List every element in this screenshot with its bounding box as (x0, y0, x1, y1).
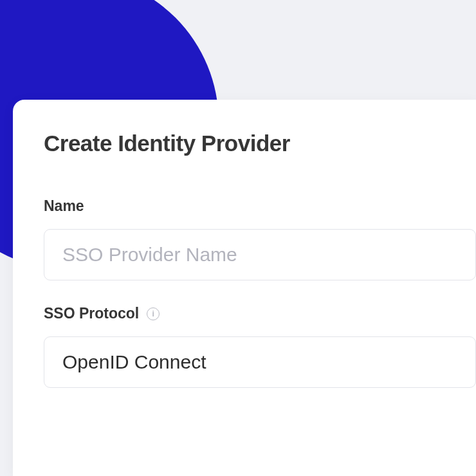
page-title: Create Identity Provider (44, 131, 476, 156)
name-input[interactable] (44, 229, 476, 280)
create-identity-provider-card: Create Identity Provider Name SSO Protoc… (13, 100, 476, 476)
protocol-field-group: SSO Protocol i OpenID Connect (44, 305, 476, 388)
protocol-label-text: SSO Protocol (44, 305, 139, 322)
protocol-selected-value: OpenID Connect (62, 351, 206, 373)
name-field-group: Name (44, 197, 476, 280)
name-label-text: Name (44, 197, 84, 215)
name-label: Name (44, 197, 476, 215)
info-icon[interactable]: i (147, 307, 160, 320)
protocol-select[interactable]: OpenID Connect (44, 336, 476, 388)
protocol-label: SSO Protocol i (44, 305, 476, 322)
